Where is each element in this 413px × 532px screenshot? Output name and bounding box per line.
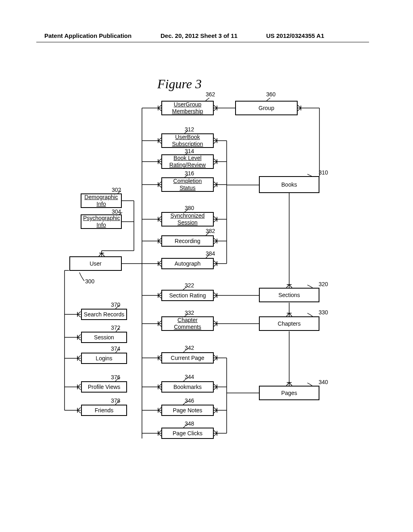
refnum-320: 320 xyxy=(319,281,328,287)
box-sections: Sections xyxy=(259,288,319,302)
refnum-384: 384 xyxy=(206,250,215,257)
refnum-312: 312 xyxy=(185,126,194,133)
refnum-376: 376 xyxy=(111,374,120,380)
refnum-314: 314 xyxy=(185,148,194,154)
text: Book Level xyxy=(164,155,211,162)
refnum-370: 370 xyxy=(111,301,120,308)
box-bookmarks: Bookmarks xyxy=(161,381,214,393)
text: Completion xyxy=(164,178,211,185)
text: Psychographic xyxy=(83,215,119,222)
refnum-322: 322 xyxy=(185,282,194,289)
text: Chapters xyxy=(261,320,317,327)
refnum-372: 372 xyxy=(111,324,120,331)
text: Search Records xyxy=(83,311,125,318)
text: Section Rating xyxy=(164,292,211,299)
box-page-clicks: Page Clicks xyxy=(161,428,214,439)
text: Demographic xyxy=(83,194,119,201)
diagram-canvas: User Demographic Info Psychographic Info… xyxy=(0,0,413,532)
box-chapter-comments: Chapter Comments xyxy=(161,316,214,331)
box-book-level-rating: Book Level Rating/Review xyxy=(161,154,214,169)
refnum-304: 304 xyxy=(112,208,121,215)
text: Status xyxy=(164,185,211,191)
text: Rating/Review xyxy=(164,162,211,168)
refnum-300: 300 xyxy=(85,278,94,285)
box-logins: Logins xyxy=(81,353,127,364)
box-psychographic-info: Psychographic Info xyxy=(81,214,122,229)
box-page-notes: Page Notes xyxy=(161,405,214,416)
text: Books xyxy=(261,181,317,188)
text: Membership xyxy=(164,108,211,115)
refnum-316: 316 xyxy=(185,170,194,177)
box-session: Session xyxy=(81,332,127,343)
box-userbook-subscription: UserBook Subscription xyxy=(161,133,214,148)
text: Friends xyxy=(83,407,125,414)
box-demographic-info: Demographic Info xyxy=(81,193,122,208)
refnum-380: 380 xyxy=(185,205,194,211)
text: Subscription xyxy=(164,141,211,148)
refnum-342: 342 xyxy=(185,345,194,351)
refnum-310: 310 xyxy=(319,169,328,176)
refnum-362: 362 xyxy=(206,91,215,98)
text-user: User xyxy=(72,260,119,267)
box-completion-status: Completion Status xyxy=(161,177,214,192)
box-profile-views: Profile Views xyxy=(81,381,127,393)
text: Autograph xyxy=(164,260,211,267)
refnum-340: 340 xyxy=(319,379,328,385)
text: Info xyxy=(83,201,119,208)
text: Profile Views xyxy=(83,384,125,391)
refnum-346: 346 xyxy=(185,397,194,404)
text: UserGroup xyxy=(164,101,211,108)
refnum-330: 330 xyxy=(319,309,328,316)
text: Page Notes xyxy=(164,407,211,414)
box-recording: Recording xyxy=(161,235,214,247)
text: Logins xyxy=(83,355,125,362)
box-user: User xyxy=(69,256,122,271)
text: Comments xyxy=(164,324,211,330)
refnum-360: 360 xyxy=(266,91,275,98)
box-pages: Pages xyxy=(259,386,319,400)
text: Recording xyxy=(164,238,211,245)
refnum-302: 302 xyxy=(112,187,121,193)
text: Synchronized xyxy=(164,212,211,219)
text: Info xyxy=(83,222,119,229)
box-chapters: Chapters xyxy=(259,316,319,331)
refnum-378: 378 xyxy=(111,397,120,404)
box-autograph: Autograph xyxy=(161,258,214,269)
box-search-records: Search Records xyxy=(81,309,127,320)
text: UserBook xyxy=(164,134,211,141)
refnum-348: 348 xyxy=(185,420,194,427)
text: Page Clicks xyxy=(164,430,211,437)
text: Pages xyxy=(261,390,317,397)
box-usergroup-membership: UserGroup Membership xyxy=(161,101,214,115)
box-sync-session: Synchronized Session xyxy=(161,212,214,227)
box-group: Group xyxy=(235,101,298,115)
text: Session xyxy=(164,219,211,226)
text: Current Page xyxy=(164,355,211,362)
refnum-344: 344 xyxy=(185,374,194,380)
text: Chapter xyxy=(164,317,211,324)
text: Sections xyxy=(261,292,317,299)
box-friends: Friends xyxy=(81,405,127,416)
refnum-374: 374 xyxy=(111,345,120,352)
text: Group xyxy=(238,105,295,112)
refnum-382: 382 xyxy=(206,228,215,234)
refnum-332: 332 xyxy=(185,310,194,316)
box-section-rating: Section Rating xyxy=(161,290,214,301)
box-books: Books xyxy=(259,176,319,193)
text: Bookmarks xyxy=(164,384,211,391)
box-current-page: Current Page xyxy=(161,352,214,364)
text: Session xyxy=(83,334,125,341)
